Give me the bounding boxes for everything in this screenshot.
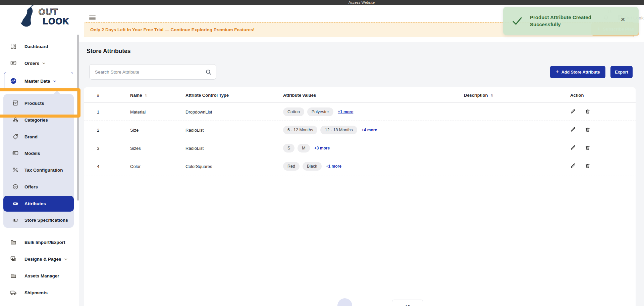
more-values-link[interactable]: +4 more [362, 128, 377, 132]
sidebar-item-assets-manager[interactable]: Assets Manager [0, 268, 79, 283]
more-values-link[interactable]: +1 more [338, 110, 353, 114]
sidebar-item-label: Models [24, 151, 40, 156]
delete-trash-icon[interactable] [585, 127, 590, 133]
row-number: 2 [97, 121, 99, 139]
sidebar-item-shipments[interactable]: Shipments [0, 285, 79, 300]
sidebar-item-offers[interactable]: Offers [0, 179, 79, 194]
value-chip: S [283, 144, 294, 152]
attribute-name: Size [130, 121, 139, 139]
sidebar-item-orders[interactable]: Orders [0, 56, 79, 71]
edit-pencil-icon[interactable] [570, 145, 576, 151]
sidebar-item-label: Bulk Import/Export [24, 240, 65, 245]
tax-icon [12, 167, 19, 173]
chevron-down-icon [53, 79, 57, 83]
table-row: 4ColorColorSquaresRedBlack+1 more [84, 157, 636, 175]
offers-icon [12, 183, 19, 190]
store-specs-icon [12, 217, 19, 223]
sidebar-item-designs-pages[interactable]: Designs & Pages [0, 252, 79, 266]
search-input[interactable] [90, 64, 216, 79]
sidebar-item-label: Brand [24, 134, 38, 139]
sidebar-item-label: Products [24, 101, 44, 106]
column-header-description[interactable]: Description↑↓ [464, 87, 493, 103]
toast-success: Product Attribute Created Successfully ✕ [503, 7, 639, 35]
table-row: 1MaterialDropdownListCottonPolyester+1 m… [84, 103, 636, 121]
action-cell [570, 121, 590, 139]
sidebar-item-bulk-import-export[interactable]: Bulk Import/Export [0, 235, 79, 250]
sidebar-scrollbar[interactable] [77, 35, 79, 201]
app-root: Access Website OUT LOOK DashboardOrdersM… [0, 0, 644, 306]
dress-logo-icon [18, 3, 40, 30]
sidebar-item-store-specifications[interactable]: Store Specifications [0, 213, 79, 227]
outlook-logo[interactable]: OUT LOOK [18, 2, 79, 31]
control-type: RadioList [185, 121, 204, 139]
attribute-name: Color [130, 157, 141, 175]
column-header-attribute-values: Attribute values [283, 87, 316, 103]
page-title: Store Attributes [87, 48, 131, 55]
master-data-icon [10, 78, 17, 84]
value-chip: Cotton [283, 107, 304, 116]
more-values-link[interactable]: +3 more [314, 146, 330, 150]
sidebar-item-categories[interactable]: Categories [0, 113, 79, 127]
sidebar-item-attributes[interactable]: Attributes [0, 196, 79, 211]
sort-icon[interactable]: ↑↓ [145, 93, 147, 97]
page-size-select[interactable]: 10 [392, 300, 423, 306]
sort-icon[interactable]: ↑↓ [491, 93, 493, 97]
chevron-down-icon [42, 61, 46, 65]
export-button[interactable]: Export [610, 66, 633, 78]
value-chip: Red [283, 162, 300, 171]
sidebar-item-label: Attributes [24, 201, 46, 206]
access-website-link[interactable]: Access Website [79, 0, 644, 4]
sidebar-item-brand[interactable]: Brand [0, 129, 79, 144]
row-number: 1 [97, 103, 99, 121]
access-website-bar: Access Website [0, 0, 644, 5]
column-header--: # [97, 87, 99, 103]
sidebar-item-label: Designs & Pages [24, 257, 61, 262]
success-check-icon [512, 16, 523, 26]
search-icon[interactable] [205, 69, 212, 75]
action-cell [570, 157, 590, 175]
sidebar-item-models[interactable]: Models [0, 146, 79, 161]
sidebar-item-products[interactable]: Products [0, 96, 79, 111]
delete-trash-icon[interactable] [585, 108, 590, 115]
sidebar-item-label: Dashboard [24, 44, 48, 49]
value-chip: Polyester [307, 107, 333, 116]
sidebar-item-label: Offers [24, 184, 38, 189]
row-number: 3 [97, 139, 99, 157]
sidebar-item-label: Store Specifications [24, 218, 68, 223]
plus-icon: + [555, 69, 558, 75]
edit-pencil-icon[interactable] [570, 127, 576, 133]
sidebar-item-dashboard[interactable]: Dashboard [0, 39, 79, 54]
edit-pencil-icon[interactable] [570, 163, 576, 170]
column-header-name[interactable]: Name↑↓ [130, 87, 147, 103]
action-cell [570, 139, 590, 157]
action-cell [570, 103, 590, 121]
control-type: DropdownList [185, 103, 212, 121]
brand-icon [12, 133, 19, 140]
attribute-values-cell: CottonPolyester+1 more [283, 103, 353, 121]
dashboard-icon [10, 43, 17, 50]
chevron-down-icon [64, 257, 68, 261]
add-store-attribute-button[interactable]: + Add Store Attribute [550, 66, 605, 78]
sidebar-item-master-data[interactable]: Master Data [0, 74, 79, 88]
designs-icon [10, 256, 17, 262]
more-values-link[interactable]: +1 more [326, 164, 341, 169]
shipments-icon [10, 289, 17, 296]
table-row: 3SizesRadioListSM+3 more [84, 139, 636, 157]
table-row: 2SizeRadioList6 - 12 Months12 - 18 Month… [84, 121, 636, 139]
folder-icon [10, 239, 17, 246]
edit-pencil-icon[interactable] [570, 108, 576, 115]
delete-trash-icon[interactable] [585, 163, 590, 170]
column-header-action: Action [570, 87, 584, 103]
row-number: 4 [97, 157, 99, 175]
products-icon [12, 100, 19, 106]
delete-trash-icon[interactable] [585, 145, 590, 151]
sidebar-item-label: Master Data [24, 79, 50, 84]
sidebar-item-label: Orders [24, 61, 39, 66]
toast-close-icon[interactable]: ✕ [621, 16, 625, 23]
sidebar: OUT LOOK DashboardOrdersMaster Data Prod… [0, 0, 79, 306]
models-icon [12, 150, 19, 157]
table-header-row: #Name↑↓Attribte Control TypeAttribute va… [84, 87, 636, 103]
sidebar-item-tax-configuration[interactable]: Tax Configuration [0, 163, 79, 177]
menu-toggle-icon[interactable] [89, 15, 96, 19]
attributes-table-card: #Name↑↓Attribte Control TypeAttribute va… [84, 87, 636, 306]
